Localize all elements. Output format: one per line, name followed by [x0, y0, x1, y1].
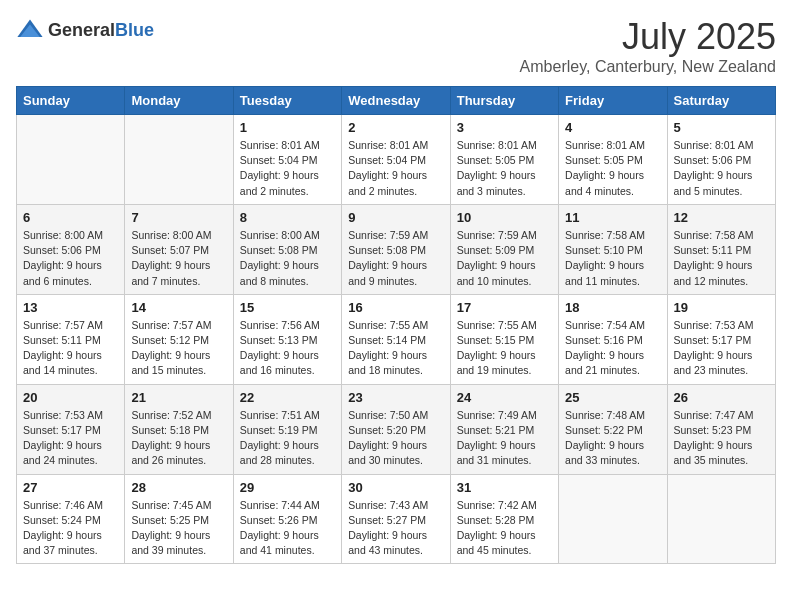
- day-number: 25: [565, 390, 660, 405]
- calendar-cell: 28Sunrise: 7:45 AM Sunset: 5:25 PM Dayli…: [125, 474, 233, 564]
- location-title: Amberley, Canterbury, New Zealand: [520, 58, 776, 76]
- day-info: Sunrise: 8:00 AM Sunset: 5:07 PM Dayligh…: [131, 228, 226, 289]
- calendar-cell: 14Sunrise: 7:57 AM Sunset: 5:12 PM Dayli…: [125, 294, 233, 384]
- day-number: 19: [674, 300, 769, 315]
- calendar-cell: 18Sunrise: 7:54 AM Sunset: 5:16 PM Dayli…: [559, 294, 667, 384]
- calendar-cell: 12Sunrise: 7:58 AM Sunset: 5:11 PM Dayli…: [667, 204, 775, 294]
- day-info: Sunrise: 7:57 AM Sunset: 5:11 PM Dayligh…: [23, 318, 118, 379]
- day-info: Sunrise: 7:58 AM Sunset: 5:11 PM Dayligh…: [674, 228, 769, 289]
- day-info: Sunrise: 7:50 AM Sunset: 5:20 PM Dayligh…: [348, 408, 443, 469]
- day-info: Sunrise: 7:54 AM Sunset: 5:16 PM Dayligh…: [565, 318, 660, 379]
- day-number: 10: [457, 210, 552, 225]
- day-info: Sunrise: 7:59 AM Sunset: 5:08 PM Dayligh…: [348, 228, 443, 289]
- day-number: 3: [457, 120, 552, 135]
- calendar-cell: 27Sunrise: 7:46 AM Sunset: 5:24 PM Dayli…: [17, 474, 125, 564]
- day-number: 20: [23, 390, 118, 405]
- day-number: 22: [240, 390, 335, 405]
- calendar-cell: 16Sunrise: 7:55 AM Sunset: 5:14 PM Dayli…: [342, 294, 450, 384]
- day-info: Sunrise: 7:55 AM Sunset: 5:15 PM Dayligh…: [457, 318, 552, 379]
- calendar-cell: 2Sunrise: 8:01 AM Sunset: 5:04 PM Daylig…: [342, 115, 450, 205]
- calendar-cell: 13Sunrise: 7:57 AM Sunset: 5:11 PM Dayli…: [17, 294, 125, 384]
- day-number: 27: [23, 480, 118, 495]
- day-info: Sunrise: 7:45 AM Sunset: 5:25 PM Dayligh…: [131, 498, 226, 559]
- calendar-cell: 3Sunrise: 8:01 AM Sunset: 5:05 PM Daylig…: [450, 115, 558, 205]
- calendar-cell: 4Sunrise: 8:01 AM Sunset: 5:05 PM Daylig…: [559, 115, 667, 205]
- day-number: 8: [240, 210, 335, 225]
- day-info: Sunrise: 7:53 AM Sunset: 5:17 PM Dayligh…: [674, 318, 769, 379]
- calendar-cell: 15Sunrise: 7:56 AM Sunset: 5:13 PM Dayli…: [233, 294, 341, 384]
- calendar-cell: 25Sunrise: 7:48 AM Sunset: 5:22 PM Dayli…: [559, 384, 667, 474]
- day-info: Sunrise: 7:59 AM Sunset: 5:09 PM Dayligh…: [457, 228, 552, 289]
- day-info: Sunrise: 7:55 AM Sunset: 5:14 PM Dayligh…: [348, 318, 443, 379]
- day-number: 5: [674, 120, 769, 135]
- calendar-cell: 21Sunrise: 7:52 AM Sunset: 5:18 PM Dayli…: [125, 384, 233, 474]
- calendar-cell: 9Sunrise: 7:59 AM Sunset: 5:08 PM Daylig…: [342, 204, 450, 294]
- day-info: Sunrise: 7:51 AM Sunset: 5:19 PM Dayligh…: [240, 408, 335, 469]
- calendar-table: SundayMondayTuesdayWednesdayThursdayFrid…: [16, 86, 776, 564]
- calendar-cell: 10Sunrise: 7:59 AM Sunset: 5:09 PM Dayli…: [450, 204, 558, 294]
- day-info: Sunrise: 8:01 AM Sunset: 5:06 PM Dayligh…: [674, 138, 769, 199]
- calendar-cell: [17, 115, 125, 205]
- day-number: 12: [674, 210, 769, 225]
- day-info: Sunrise: 7:56 AM Sunset: 5:13 PM Dayligh…: [240, 318, 335, 379]
- day-number: 4: [565, 120, 660, 135]
- calendar-cell: 19Sunrise: 7:53 AM Sunset: 5:17 PM Dayli…: [667, 294, 775, 384]
- day-info: Sunrise: 7:43 AM Sunset: 5:27 PM Dayligh…: [348, 498, 443, 559]
- day-number: 29: [240, 480, 335, 495]
- day-info: Sunrise: 7:47 AM Sunset: 5:23 PM Dayligh…: [674, 408, 769, 469]
- day-info: Sunrise: 8:01 AM Sunset: 5:04 PM Dayligh…: [240, 138, 335, 199]
- month-title: July 2025: [520, 16, 776, 58]
- day-number: 21: [131, 390, 226, 405]
- logo-icon: [16, 16, 44, 44]
- day-info: Sunrise: 7:57 AM Sunset: 5:12 PM Dayligh…: [131, 318, 226, 379]
- day-info: Sunrise: 8:00 AM Sunset: 5:08 PM Dayligh…: [240, 228, 335, 289]
- day-number: 17: [457, 300, 552, 315]
- calendar-cell: 22Sunrise: 7:51 AM Sunset: 5:19 PM Dayli…: [233, 384, 341, 474]
- calendar-cell: 6Sunrise: 8:00 AM Sunset: 5:06 PM Daylig…: [17, 204, 125, 294]
- day-number: 1: [240, 120, 335, 135]
- weekday-header-wednesday: Wednesday: [342, 87, 450, 115]
- calendar-cell: 30Sunrise: 7:43 AM Sunset: 5:27 PM Dayli…: [342, 474, 450, 564]
- calendar-cell: 11Sunrise: 7:58 AM Sunset: 5:10 PM Dayli…: [559, 204, 667, 294]
- day-number: 9: [348, 210, 443, 225]
- day-info: Sunrise: 8:01 AM Sunset: 5:04 PM Dayligh…: [348, 138, 443, 199]
- day-info: Sunrise: 8:00 AM Sunset: 5:06 PM Dayligh…: [23, 228, 118, 289]
- day-info: Sunrise: 7:48 AM Sunset: 5:22 PM Dayligh…: [565, 408, 660, 469]
- day-info: Sunrise: 7:49 AM Sunset: 5:21 PM Dayligh…: [457, 408, 552, 469]
- day-number: 11: [565, 210, 660, 225]
- day-number: 30: [348, 480, 443, 495]
- calendar-cell: 31Sunrise: 7:42 AM Sunset: 5:28 PM Dayli…: [450, 474, 558, 564]
- day-number: 2: [348, 120, 443, 135]
- day-number: 18: [565, 300, 660, 315]
- day-number: 31: [457, 480, 552, 495]
- weekday-header-thursday: Thursday: [450, 87, 558, 115]
- day-info: Sunrise: 7:44 AM Sunset: 5:26 PM Dayligh…: [240, 498, 335, 559]
- weekday-header-friday: Friday: [559, 87, 667, 115]
- weekday-header-saturday: Saturday: [667, 87, 775, 115]
- logo: GeneralBlue: [16, 16, 154, 44]
- logo-general-text: General: [48, 20, 115, 40]
- page-header: GeneralBlue July 2025 Amberley, Canterbu…: [16, 16, 776, 76]
- calendar-cell: 24Sunrise: 7:49 AM Sunset: 5:21 PM Dayli…: [450, 384, 558, 474]
- day-number: 14: [131, 300, 226, 315]
- day-number: 28: [131, 480, 226, 495]
- day-number: 7: [131, 210, 226, 225]
- calendar-cell: 8Sunrise: 8:00 AM Sunset: 5:08 PM Daylig…: [233, 204, 341, 294]
- calendar-cell: 5Sunrise: 8:01 AM Sunset: 5:06 PM Daylig…: [667, 115, 775, 205]
- day-info: Sunrise: 7:46 AM Sunset: 5:24 PM Dayligh…: [23, 498, 118, 559]
- calendar-cell: 17Sunrise: 7:55 AM Sunset: 5:15 PM Dayli…: [450, 294, 558, 384]
- day-info: Sunrise: 7:42 AM Sunset: 5:28 PM Dayligh…: [457, 498, 552, 559]
- calendar-cell: 29Sunrise: 7:44 AM Sunset: 5:26 PM Dayli…: [233, 474, 341, 564]
- title-block: July 2025 Amberley, Canterbury, New Zeal…: [520, 16, 776, 76]
- day-info: Sunrise: 8:01 AM Sunset: 5:05 PM Dayligh…: [565, 138, 660, 199]
- day-info: Sunrise: 7:58 AM Sunset: 5:10 PM Dayligh…: [565, 228, 660, 289]
- calendar-cell: [125, 115, 233, 205]
- logo-blue-text: Blue: [115, 20, 154, 40]
- calendar-cell: 1Sunrise: 8:01 AM Sunset: 5:04 PM Daylig…: [233, 115, 341, 205]
- day-number: 13: [23, 300, 118, 315]
- calendar-cell: [559, 474, 667, 564]
- calendar-cell: 7Sunrise: 8:00 AM Sunset: 5:07 PM Daylig…: [125, 204, 233, 294]
- day-info: Sunrise: 8:01 AM Sunset: 5:05 PM Dayligh…: [457, 138, 552, 199]
- day-number: 15: [240, 300, 335, 315]
- day-info: Sunrise: 7:52 AM Sunset: 5:18 PM Dayligh…: [131, 408, 226, 469]
